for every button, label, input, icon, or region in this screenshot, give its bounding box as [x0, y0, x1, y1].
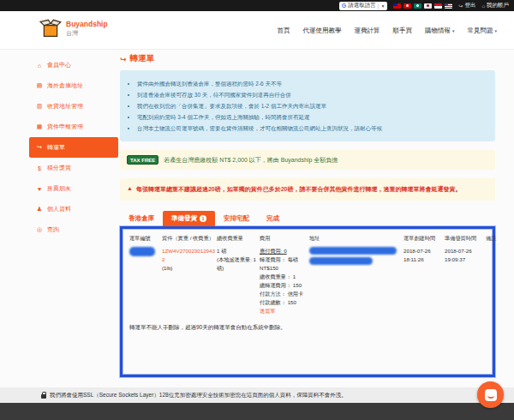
sidebar-item-label: 推薦朋友	[47, 184, 71, 193]
nav-item-label: 首頁	[277, 27, 290, 35]
logout-button[interactable]: ↪ 登出	[458, 2, 475, 9]
chargeable-weight: 1 磅	[217, 247, 258, 255]
fee-line: 總轉運費用： 150	[260, 281, 308, 290]
info-bullet: 台灣本土物流公司運單號碼，需要在貨件清關後，才可在相關物流公司網站上查詢狀況，請…	[137, 123, 487, 134]
nav-item-label: 順手買	[392, 27, 412, 35]
table-header-row: 運單編號貨件（實重 / 收費重）總收費重量費用地址運單創建時間準備發貨時間備註	[129, 235, 486, 244]
sidebar-item-icon: ▦	[36, 123, 43, 130]
chevron-down-icon: ▼	[380, 3, 385, 9]
table-column-header: 運單創建時間	[403, 235, 443, 244]
brand-logo[interactable]: Buyandship 台灣	[39, 19, 108, 38]
sidebar-item[interactable]: ▥ 收貨地址管理	[29, 96, 118, 117]
nav-item-label: 運費計算	[354, 27, 380, 35]
nav-item[interactable]: 順手買	[392, 27, 412, 35]
status-tab[interactable]: 準備發貨 1	[163, 211, 215, 226]
cell-chargeable-weight: 1 磅 (本地派送重量: 1 磅)	[217, 247, 258, 315]
table-column-header: 準備發貨時間	[445, 235, 484, 244]
language-selector[interactable]: G 請選取語言 | ▼	[339, 2, 388, 10]
chevron-down-icon: ▾	[452, 28, 455, 33]
sidebar-item[interactable]: ◎ 查詢	[29, 219, 118, 240]
tax-free-text: 若產生台灣應繳稅額 NT$ 2,000 以下，將由 Buyandship 全額負…	[164, 156, 338, 165]
main-nav: 首頁 代運使用教學 運費計算 順手買 購物情報 ▾ 常見問題 ▾	[277, 11, 497, 50]
cell-parcel: 1ZW4V2700230129432 (1lb)	[162, 247, 215, 315]
site-header: Buyandship 台灣 首頁 代運使用教學 運費計算 順手買 購物情報 ▾ …	[0, 11, 514, 50]
ssl-footer: 我們將會使用SSL（Secure Sockets Layer）128位元加密處理…	[0, 387, 514, 403]
footer-bottom-bar	[0, 403, 514, 420]
fee-line: 付款總數： 150	[260, 298, 308, 307]
sidebar-item[interactable]: ♟ 個人資料	[29, 199, 118, 219]
nav-item[interactable]: 常見問題 ▾	[467, 27, 497, 35]
nav-item[interactable]: 購物情報 ▾	[425, 27, 455, 35]
sidebar-item-label: 海外倉庫地址	[47, 81, 83, 90]
sidebar-item-label: 轉運單	[47, 143, 65, 152]
flag-icon[interactable]	[434, 3, 442, 9]
tax-free-badge: TAX FREE	[127, 155, 158, 165]
flag-icon[interactable]	[414, 3, 421, 9]
sidebar-item[interactable]: ♥ 推薦朋友	[29, 178, 118, 199]
google-translate-icon: G	[342, 3, 346, 9]
nav-item[interactable]: 運費計算	[354, 27, 380, 35]
status-tab[interactable]: 安排宅配	[215, 211, 258, 226]
flag-icon[interactable]	[445, 3, 452, 9]
status-tab[interactable]: 香港倉庫	[120, 211, 163, 226]
status-tab-label: 香港倉庫	[128, 214, 154, 223]
flag-language-switcher	[393, 3, 452, 9]
sidebar-item[interactable]: ⌂ 會員中心	[29, 55, 118, 75]
table-column-header: 備註	[486, 235, 497, 244]
sidebar-item-icon: ↪	[36, 144, 43, 151]
amount-due-link[interactable]: 應付費用: 0	[260, 247, 308, 255]
table-column-header: 貨件（實重 / 收費重）	[162, 235, 215, 244]
sidebar-item-label: 查詢	[47, 225, 59, 234]
messenger-icon	[485, 389, 497, 401]
overweight-warning-text: 每張轉運單總重不建議超過20磅，如單獨的貨件已多於20磅，請不要合併其他貨件進行…	[136, 185, 462, 194]
flag-icon[interactable]	[403, 3, 411, 9]
nav-item-label: 常見問題	[467, 27, 493, 35]
brand-region: 台灣	[66, 29, 108, 38]
sidebar-item-icon: ◎	[36, 226, 43, 233]
table-column-header: 運單編號	[129, 235, 160, 244]
sidebar-item[interactable]: ▦ 貨件申報管理	[29, 117, 118, 137]
chevron-down-icon: ▾	[494, 28, 497, 33]
flag-icon[interactable]	[393, 3, 401, 9]
delivery-note-link[interactable]: 送貨單	[260, 307, 308, 315]
sidebar-item[interactable]: $ 積分獎賞	[29, 158, 118, 178]
info-bullet: 宅配到府約需時 3-4 個工作天，但如遇上海關抽驗，時間將會所有延遲	[137, 111, 487, 123]
cell-address	[309, 247, 402, 315]
status-tabs: 香港倉庫 準備發貨 1 安排宅配 完成	[120, 211, 495, 226]
box-logo-icon	[39, 19, 62, 38]
chat-widget-button[interactable]	[477, 381, 504, 408]
info-notice-box: 貨件由外國倉轉送到香港倉庫，整個過程約需時 2-6 天不等到達香港倉庫後可存放 …	[120, 70, 495, 141]
sidebar-item-label: 個人資料	[47, 205, 71, 213]
sidebar-item-label: 收貨地址管理	[47, 102, 83, 111]
table-column-header: 總收費重量	[217, 235, 258, 244]
info-bullet: 我們在收到您的「合併集運」要求及款項後，會於 1-2 個工作天內寄出該運單	[137, 100, 487, 111]
flag-icon[interactable]	[424, 3, 432, 9]
brand-name: Buyandship	[66, 20, 108, 28]
status-tab-label: 完成	[266, 214, 279, 223]
overweight-warning: ▲ 每張轉運單總重不建議超過20磅，如單獨的貨件已多於20磅，請不要合併其他貨件…	[120, 178, 495, 201]
sidebar-item[interactable]: ↪ 轉運單	[29, 137, 118, 158]
sidebar-item-icon: ▤	[36, 82, 43, 89]
table-column-header: 費用	[260, 235, 308, 244]
sidebar-menu: ⌂ 會員中心 ▤ 海外倉庫地址 ▥ 收貨地址管理 ▦ 貨件申報管理 ↪ 轉運單 …	[29, 55, 118, 240]
main-content: ↪ 轉運單 貨件由外國倉轉送到香港倉庫，整個過程約需時 2-6 天不等到達香港倉…	[120, 53, 495, 377]
cell-shipment-id	[129, 247, 160, 315]
tracking-number-link[interactable]: 1ZW4V2700230129432	[162, 247, 215, 264]
nav-item-label: 購物情報	[425, 27, 451, 35]
fee-line: 付款方法： 信用卡	[260, 290, 308, 298]
deletion-policy-note: 轉運單不能人手刪除，超過90天的轉運單會自動在系統中刪除。	[129, 324, 486, 332]
tab-count-badge: 1	[200, 215, 206, 222]
language-selector-label: 請選取語言	[348, 2, 376, 9]
status-tab[interactable]: 完成	[258, 211, 288, 226]
home-icon: ⌂	[481, 3, 485, 9]
sidebar-item-icon: ▥	[36, 103, 43, 110]
page-title: ↪ 轉運單	[120, 53, 495, 64]
redacted-shipment-id	[129, 247, 155, 256]
sidebar-item[interactable]: ▤ 海外倉庫地址	[29, 75, 118, 96]
nav-item[interactable]: 代運使用教學	[302, 27, 341, 35]
nav-item[interactable]: 首頁	[277, 27, 290, 35]
sidebar-item-label: 會員中心	[47, 61, 71, 69]
annotation-highlight-box: 運單編號貨件（實重 / 收費重）總收費重量費用地址運單創建時間準備發貨時間備註 …	[120, 226, 495, 377]
my-account-button[interactable]: ⌂ 我的帳戶	[481, 2, 509, 9]
warning-triangle-icon: ▲	[127, 185, 133, 191]
